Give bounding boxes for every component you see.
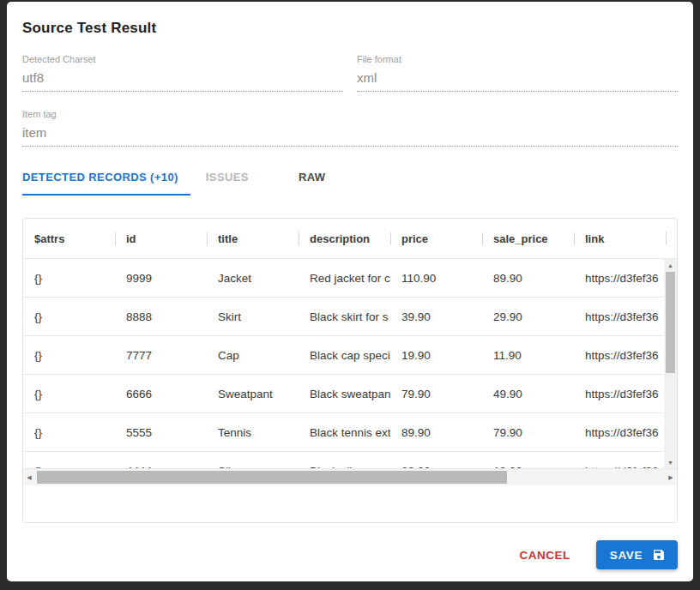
detected-charset-label: Detected Charset xyxy=(22,54,343,64)
horizontal-scrollbar-thumb[interactable] xyxy=(37,471,507,484)
detected-charset-value: utf8 xyxy=(22,70,343,92)
table-body-wrap: {}9999JacketRed jacket for c110.9089.90h… xyxy=(23,259,677,468)
table-cell: Sweatpant xyxy=(207,388,299,400)
table-cell: 79.90 xyxy=(482,426,574,439)
table-cell: Cap xyxy=(207,349,299,362)
file-format-value: xml xyxy=(357,70,678,92)
table-cell: https://d3fef36 xyxy=(574,272,664,285)
header-cell-title: title xyxy=(207,232,299,245)
tab-bar: DETECTED RECORDS (+10) ISSUES RAW xyxy=(22,166,678,196)
dialog-title: Source Test Result xyxy=(22,20,678,37)
table-cell: 49.90 xyxy=(482,388,574,400)
table-cell: 39.90 xyxy=(390,310,482,323)
table-body: {}9999JacketRed jacket for c110.9089.90h… xyxy=(23,259,664,468)
table-cell: 19.90 xyxy=(390,349,482,362)
save-icon xyxy=(652,548,666,562)
table-cell: 6666 xyxy=(115,388,207,400)
fields-row: Detected Charset utf8 File format xml xyxy=(22,54,678,92)
table-cell: Red jacket for c xyxy=(299,272,390,285)
table-header-row: $attrsidtitledescriptionpricesale_pricel… xyxy=(23,219,677,259)
header-cell-sale-price: sale_price xyxy=(482,232,574,245)
table-cell: https://d3fef36 xyxy=(574,426,664,439)
table-cell: {} xyxy=(23,310,115,323)
table-cell: https://d3fef36 xyxy=(574,388,664,400)
field-detected-charset: Detected Charset utf8 xyxy=(22,54,343,92)
header-cell-id: id xyxy=(115,232,207,245)
dialog-actions: CANCEL SAVE xyxy=(22,530,678,569)
table-cell: 5555 xyxy=(115,426,207,439)
table-cell: 110.90 xyxy=(390,272,482,285)
table-cell: Skirt xyxy=(207,310,299,323)
table-cell: 9999 xyxy=(115,272,207,285)
save-button[interactable]: SAVE xyxy=(596,540,678,569)
table-cell: Black skirt for s xyxy=(299,310,390,323)
table-cell: Tennis xyxy=(207,426,299,439)
scroll-left-icon[interactable]: ◀ xyxy=(23,469,35,486)
table-cell: {} xyxy=(23,272,115,285)
save-button-label: SAVE xyxy=(610,549,643,562)
item-tag-label: Item tag xyxy=(22,109,678,119)
table-row: {}9999JacketRed jacket for c110.9089.90h… xyxy=(23,259,664,298)
table-cell: 89.90 xyxy=(390,426,482,439)
header-cell--attrs: $attrs xyxy=(23,232,115,245)
field-item-tag: Item tag item xyxy=(22,109,678,147)
table-cell: {} xyxy=(23,426,115,439)
table-cell: 11.90 xyxy=(482,349,574,362)
cancel-button[interactable]: CANCEL xyxy=(516,542,574,569)
table-cell: Black sweatpan xyxy=(299,388,390,400)
records-table: $attrsidtitledescriptionpricesale_pricel… xyxy=(22,218,678,523)
table-cell: 89.90 xyxy=(482,272,574,285)
tab-issues[interactable]: ISSUES xyxy=(194,166,261,196)
horizontal-scrollbar[interactable]: ◀ ▶ xyxy=(23,468,677,485)
table-row: {}5555TennisBlack tennis ext89.9079.90ht… xyxy=(23,413,664,452)
table-cell: 8888 xyxy=(115,310,207,323)
tab-detected-records[interactable]: DETECTED RECORDS (+10) xyxy=(22,166,190,196)
table-cell: Black cap specia xyxy=(299,349,390,362)
item-tag-value: item xyxy=(22,125,678,147)
header-end-divider xyxy=(666,219,667,258)
table-cell: {} xyxy=(23,388,115,400)
table-row: {}4444SlipperBlack slipper w29.9019.90ht… xyxy=(23,452,664,468)
table-cell: {} xyxy=(23,349,115,362)
table-cell: 7777 xyxy=(115,349,207,362)
source-test-result-dialog: Source Test Result Detected Charset utf8… xyxy=(7,2,693,581)
table-cell: Jacket xyxy=(207,272,299,285)
table-footer-space xyxy=(23,485,677,522)
table-row: {}6666SweatpantBlack sweatpan79.9049.90h… xyxy=(23,375,664,413)
scroll-up-icon[interactable]: ▲ xyxy=(664,259,677,271)
header-cell-price: price xyxy=(390,232,482,245)
table-row: {}8888SkirtBlack skirt for s39.9029.90ht… xyxy=(23,298,664,336)
table-cell: 29.90 xyxy=(482,310,574,323)
table-cell: Black tennis ext xyxy=(299,426,390,439)
field-file-format: File format xml xyxy=(357,54,678,92)
file-format-label: File format xyxy=(357,54,678,64)
table-row: {}7777CapBlack cap specia19.9011.90https… xyxy=(23,336,664,375)
table-cell: https://d3fef36 xyxy=(574,310,664,323)
header-cell-link: link xyxy=(574,232,666,245)
scroll-right-icon[interactable]: ▶ xyxy=(665,469,677,486)
table-cell: 79.90 xyxy=(390,388,482,400)
header-cell-description: description xyxy=(299,232,390,245)
tab-raw[interactable]: RAW xyxy=(287,166,338,196)
table-cell: https://d3fef36 xyxy=(574,349,664,362)
vertical-scrollbar-thumb[interactable] xyxy=(666,272,675,373)
scroll-down-icon[interactable]: ▼ xyxy=(664,456,677,468)
vertical-scrollbar[interactable]: ▲ ▼ xyxy=(664,259,677,468)
